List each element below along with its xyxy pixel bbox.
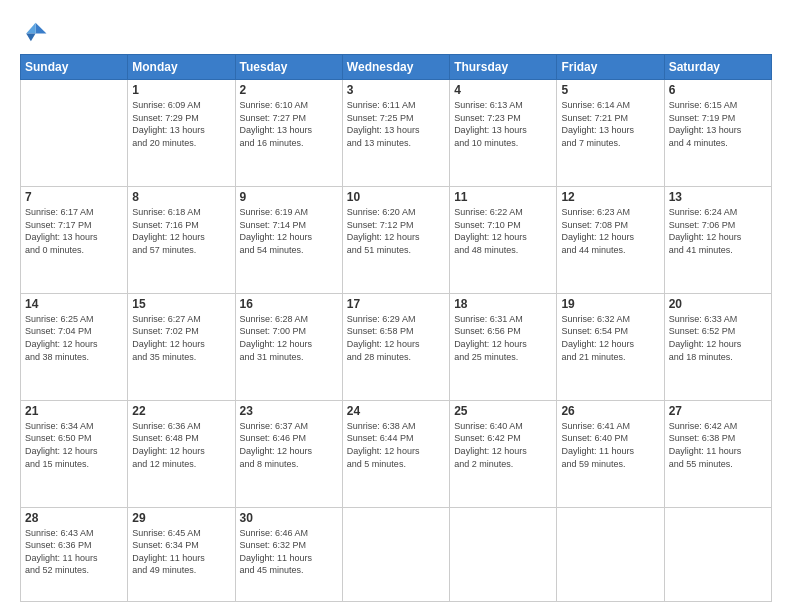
day-number: 7 [25, 190, 123, 204]
day-number: 28 [25, 511, 123, 525]
day-number: 3 [347, 83, 445, 97]
day-info: Sunrise: 6:24 AM Sunset: 7:06 PM Dayligh… [669, 206, 767, 256]
calendar-cell: 16Sunrise: 6:28 AM Sunset: 7:00 PM Dayli… [235, 293, 342, 400]
day-info: Sunrise: 6:11 AM Sunset: 7:25 PM Dayligh… [347, 99, 445, 149]
calendar-cell: 29Sunrise: 6:45 AM Sunset: 6:34 PM Dayli… [128, 507, 235, 601]
col-header-saturday: Saturday [664, 55, 771, 80]
day-number: 20 [669, 297, 767, 311]
svg-marker-0 [36, 23, 47, 34]
day-info: Sunrise: 6:43 AM Sunset: 6:36 PM Dayligh… [25, 527, 123, 577]
calendar-cell: 13Sunrise: 6:24 AM Sunset: 7:06 PM Dayli… [664, 186, 771, 293]
calendar-cell: 23Sunrise: 6:37 AM Sunset: 6:46 PM Dayli… [235, 400, 342, 507]
calendar-cell: 4Sunrise: 6:13 AM Sunset: 7:23 PM Daylig… [450, 80, 557, 187]
day-number: 6 [669, 83, 767, 97]
day-number: 8 [132, 190, 230, 204]
calendar-cell: 24Sunrise: 6:38 AM Sunset: 6:44 PM Dayli… [342, 400, 449, 507]
logo [20, 18, 52, 46]
calendar-week-row: 14Sunrise: 6:25 AM Sunset: 7:04 PM Dayli… [21, 293, 772, 400]
day-number: 16 [240, 297, 338, 311]
col-header-thursday: Thursday [450, 55, 557, 80]
day-info: Sunrise: 6:20 AM Sunset: 7:12 PM Dayligh… [347, 206, 445, 256]
calendar-cell: 30Sunrise: 6:46 AM Sunset: 6:32 PM Dayli… [235, 507, 342, 601]
day-info: Sunrise: 6:27 AM Sunset: 7:02 PM Dayligh… [132, 313, 230, 363]
day-number: 29 [132, 511, 230, 525]
calendar-cell: 25Sunrise: 6:40 AM Sunset: 6:42 PM Dayli… [450, 400, 557, 507]
calendar-cell: 28Sunrise: 6:43 AM Sunset: 6:36 PM Dayli… [21, 507, 128, 601]
day-info: Sunrise: 6:19 AM Sunset: 7:14 PM Dayligh… [240, 206, 338, 256]
day-number: 1 [132, 83, 230, 97]
day-number: 14 [25, 297, 123, 311]
calendar-week-row: 7Sunrise: 6:17 AM Sunset: 7:17 PM Daylig… [21, 186, 772, 293]
day-number: 26 [561, 404, 659, 418]
calendar-week-row: 1Sunrise: 6:09 AM Sunset: 7:29 PM Daylig… [21, 80, 772, 187]
day-info: Sunrise: 6:36 AM Sunset: 6:48 PM Dayligh… [132, 420, 230, 470]
day-info: Sunrise: 6:38 AM Sunset: 6:44 PM Dayligh… [347, 420, 445, 470]
day-number: 18 [454, 297, 552, 311]
day-info: Sunrise: 6:14 AM Sunset: 7:21 PM Dayligh… [561, 99, 659, 149]
calendar-cell: 20Sunrise: 6:33 AM Sunset: 6:52 PM Dayli… [664, 293, 771, 400]
day-number: 13 [669, 190, 767, 204]
calendar-cell: 3Sunrise: 6:11 AM Sunset: 7:25 PM Daylig… [342, 80, 449, 187]
day-info: Sunrise: 6:41 AM Sunset: 6:40 PM Dayligh… [561, 420, 659, 470]
col-header-wednesday: Wednesday [342, 55, 449, 80]
day-number: 24 [347, 404, 445, 418]
day-number: 5 [561, 83, 659, 97]
day-number: 30 [240, 511, 338, 525]
day-number: 9 [240, 190, 338, 204]
calendar-cell: 1Sunrise: 6:09 AM Sunset: 7:29 PM Daylig… [128, 80, 235, 187]
day-info: Sunrise: 6:46 AM Sunset: 6:32 PM Dayligh… [240, 527, 338, 577]
day-info: Sunrise: 6:42 AM Sunset: 6:38 PM Dayligh… [669, 420, 767, 470]
calendar-cell: 18Sunrise: 6:31 AM Sunset: 6:56 PM Dayli… [450, 293, 557, 400]
day-number: 10 [347, 190, 445, 204]
calendar-cell: 19Sunrise: 6:32 AM Sunset: 6:54 PM Dayli… [557, 293, 664, 400]
day-info: Sunrise: 6:22 AM Sunset: 7:10 PM Dayligh… [454, 206, 552, 256]
day-info: Sunrise: 6:10 AM Sunset: 7:27 PM Dayligh… [240, 99, 338, 149]
day-number: 2 [240, 83, 338, 97]
col-header-friday: Friday [557, 55, 664, 80]
calendar-week-row: 21Sunrise: 6:34 AM Sunset: 6:50 PM Dayli… [21, 400, 772, 507]
day-number: 25 [454, 404, 552, 418]
day-info: Sunrise: 6:28 AM Sunset: 7:00 PM Dayligh… [240, 313, 338, 363]
calendar-cell: 2Sunrise: 6:10 AM Sunset: 7:27 PM Daylig… [235, 80, 342, 187]
day-number: 21 [25, 404, 123, 418]
calendar-cell: 21Sunrise: 6:34 AM Sunset: 6:50 PM Dayli… [21, 400, 128, 507]
calendar-week-row: 28Sunrise: 6:43 AM Sunset: 6:36 PM Dayli… [21, 507, 772, 601]
day-number: 12 [561, 190, 659, 204]
calendar-cell: 12Sunrise: 6:23 AM Sunset: 7:08 PM Dayli… [557, 186, 664, 293]
day-number: 4 [454, 83, 552, 97]
calendar-cell: 7Sunrise: 6:17 AM Sunset: 7:17 PM Daylig… [21, 186, 128, 293]
day-info: Sunrise: 6:18 AM Sunset: 7:16 PM Dayligh… [132, 206, 230, 256]
calendar-cell: 6Sunrise: 6:15 AM Sunset: 7:19 PM Daylig… [664, 80, 771, 187]
col-header-monday: Monday [128, 55, 235, 80]
day-number: 22 [132, 404, 230, 418]
calendar-header-row: SundayMondayTuesdayWednesdayThursdayFrid… [21, 55, 772, 80]
day-info: Sunrise: 6:40 AM Sunset: 6:42 PM Dayligh… [454, 420, 552, 470]
day-number: 11 [454, 190, 552, 204]
page: SundayMondayTuesdayWednesdayThursdayFrid… [0, 0, 792, 612]
calendar-cell: 11Sunrise: 6:22 AM Sunset: 7:10 PM Dayli… [450, 186, 557, 293]
day-info: Sunrise: 6:23 AM Sunset: 7:08 PM Dayligh… [561, 206, 659, 256]
logo-icon [20, 18, 48, 46]
col-header-sunday: Sunday [21, 55, 128, 80]
calendar-cell: 5Sunrise: 6:14 AM Sunset: 7:21 PM Daylig… [557, 80, 664, 187]
calendar-cell: 17Sunrise: 6:29 AM Sunset: 6:58 PM Dayli… [342, 293, 449, 400]
day-number: 17 [347, 297, 445, 311]
calendar-cell [450, 507, 557, 601]
day-info: Sunrise: 6:34 AM Sunset: 6:50 PM Dayligh… [25, 420, 123, 470]
col-header-tuesday: Tuesday [235, 55, 342, 80]
day-info: Sunrise: 6:29 AM Sunset: 6:58 PM Dayligh… [347, 313, 445, 363]
day-number: 27 [669, 404, 767, 418]
day-info: Sunrise: 6:09 AM Sunset: 7:29 PM Dayligh… [132, 99, 230, 149]
calendar-cell: 15Sunrise: 6:27 AM Sunset: 7:02 PM Dayli… [128, 293, 235, 400]
calendar-cell: 9Sunrise: 6:19 AM Sunset: 7:14 PM Daylig… [235, 186, 342, 293]
calendar-cell [557, 507, 664, 601]
calendar-cell: 14Sunrise: 6:25 AM Sunset: 7:04 PM Dayli… [21, 293, 128, 400]
calendar-cell: 10Sunrise: 6:20 AM Sunset: 7:12 PM Dayli… [342, 186, 449, 293]
calendar-cell: 26Sunrise: 6:41 AM Sunset: 6:40 PM Dayli… [557, 400, 664, 507]
calendar-cell: 8Sunrise: 6:18 AM Sunset: 7:16 PM Daylig… [128, 186, 235, 293]
day-info: Sunrise: 6:13 AM Sunset: 7:23 PM Dayligh… [454, 99, 552, 149]
calendar-cell: 27Sunrise: 6:42 AM Sunset: 6:38 PM Dayli… [664, 400, 771, 507]
header [20, 18, 772, 46]
day-info: Sunrise: 6:31 AM Sunset: 6:56 PM Dayligh… [454, 313, 552, 363]
calendar-cell [21, 80, 128, 187]
